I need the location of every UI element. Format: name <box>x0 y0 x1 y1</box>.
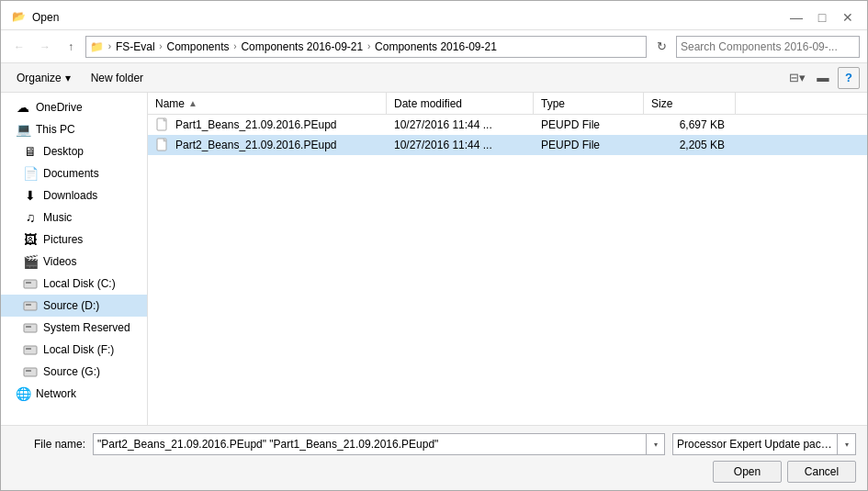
file-list-header: Name ▲ Date modified Type Size <box>148 93 867 115</box>
file-name-cell: Part1_Beans_21.09.2016.PEupd <box>148 117 387 132</box>
cancel-button[interactable]: Cancel <box>787 461 856 483</box>
filename-label: File name: <box>12 438 85 451</box>
sidebar-item-desktop[interactable]: 🖥 Desktop <box>1 140 147 162</box>
new-folder-button[interactable]: New folder <box>83 67 152 89</box>
details-button[interactable]: ▬ <box>812 67 834 89</box>
disk-icon <box>23 298 38 313</box>
dialog-icon: 📂 <box>12 10 27 25</box>
toolbar-right: ⊟▾ ▬ ? <box>786 67 860 89</box>
filename-dropdown-button[interactable]: ▾ <box>646 434 664 454</box>
file-type-cell: PEUPD File <box>534 118 644 131</box>
up-button[interactable]: ↑ <box>60 36 82 58</box>
sidebar-item-system-reserved[interactable]: System Reserved <box>1 317 147 339</box>
sidebar-item-source-g[interactable]: Source (G:) <box>1 361 147 383</box>
filetype-dropdown-button[interactable]: ▾ <box>837 434 855 454</box>
table-row[interactable]: Part1_Beans_21.09.2016.PEupd 10/27/2016 … <box>148 115 867 135</box>
sidebar-item-label: Source (G:) <box>43 365 100 378</box>
svg-rect-2 <box>24 302 37 310</box>
svg-rect-4 <box>24 324 37 332</box>
videos-icon: 🎬 <box>23 254 38 269</box>
svg-rect-0 <box>24 280 37 288</box>
maximize-button[interactable]: □ <box>810 8 834 27</box>
filename-input[interactable] <box>94 438 646 451</box>
downloads-icon: ⬇ <box>23 188 38 203</box>
search-input[interactable] <box>681 40 855 53</box>
filetype-label: Processor Expert Update packa... <box>673 438 837 451</box>
minimize-button[interactable]: — <box>784 8 808 27</box>
sidebar-item-label: Downloads <box>43 189 97 202</box>
sidebar-item-label: Network <box>36 387 76 400</box>
breadcrumb: 📁 › FS-Eval › Components › Components 20… <box>90 40 497 53</box>
address-path[interactable]: 📁 › FS-Eval › Components › Components 20… <box>85 36 647 58</box>
sidebar: ☁ OneDrive 💻 This PC 🖥 Desktop 📄 Documen… <box>1 93 148 425</box>
disk-icon <box>23 342 38 357</box>
column-header-name[interactable]: Name ▲ <box>148 93 387 114</box>
sidebar-item-label: OneDrive <box>36 101 83 114</box>
search-box[interactable] <box>676 36 860 58</box>
music-icon: ♫ <box>23 210 38 225</box>
sidebar-item-pictures[interactable]: 🖼 Pictures <box>1 229 147 251</box>
sidebar-item-downloads[interactable]: ⬇ Downloads <box>1 184 147 206</box>
svg-rect-6 <box>24 346 37 354</box>
sidebar-item-label: Pictures <box>43 233 83 246</box>
column-header-date[interactable]: Date modified <box>387 93 534 114</box>
sidebar-item-local-disk-c[interactable]: Local Disk (C:) <box>1 273 147 295</box>
view-button[interactable]: ⊟▾ <box>786 67 808 89</box>
documents-icon: 📄 <box>23 166 38 181</box>
sidebar-item-local-disk-f[interactable]: Local Disk (F:) <box>1 339 147 361</box>
toolbar: Organize ▾ New folder ⊟▾ ▬ ? <box>1 63 867 93</box>
sidebar-item-label: Source (D:) <box>43 299 99 312</box>
dialog-title: Open <box>32 11 59 24</box>
sidebar-item-label: This PC <box>36 123 75 136</box>
file-icon <box>155 138 170 152</box>
table-row[interactable]: Part2_Beans_21.09.2016.PEupd 10/27/2016 … <box>148 135 867 155</box>
chevron-down-icon: ▾ <box>65 72 71 84</box>
sidebar-item-network[interactable]: 🌐 Network <box>1 383 147 405</box>
file-size-cell: 6,697 KB <box>644 118 736 131</box>
address-bar: ← → ↑ 📁 › FS-Eval › Components › Compone… <box>1 30 867 63</box>
file-icon <box>155 117 170 132</box>
svg-rect-5 <box>26 326 31 328</box>
refresh-button[interactable]: ↻ <box>650 36 672 58</box>
sidebar-item-source-d[interactable]: Source (D:) <box>1 295 147 317</box>
open-dialog: 📂 Open — □ ✕ ← → ↑ 📁 › FS-Eval › Compone… <box>0 0 868 491</box>
title-bar-left: 📂 Open <box>12 10 59 25</box>
filename-input-wrapper[interactable]: ▾ <box>93 433 665 455</box>
sidebar-item-label: Documents <box>43 167 99 180</box>
sidebar-item-onedrive[interactable]: ☁ OneDrive <box>1 96 147 118</box>
svg-rect-7 <box>26 348 31 350</box>
breadcrumb-icon: 📁 <box>90 40 104 53</box>
file-size-cell: 2,205 KB <box>644 139 736 151</box>
forward-button[interactable]: → <box>34 36 56 58</box>
svg-rect-9 <box>26 370 31 372</box>
file-date-cell: 10/27/2016 11:44 ... <box>387 118 534 131</box>
bottom-bar: File name: ▾ Processor Expert Update pac… <box>1 425 867 490</box>
sidebar-item-documents[interactable]: 📄 Documents <box>1 162 147 184</box>
disk-icon <box>23 276 38 291</box>
main-content: ☁ OneDrive 💻 This PC 🖥 Desktop 📄 Documen… <box>1 93 867 425</box>
onedrive-icon: ☁ <box>16 100 30 115</box>
file-type-cell: PEUPD File <box>534 139 644 151</box>
svg-rect-1 <box>26 282 31 284</box>
pictures-icon: 🖼 <box>23 232 38 247</box>
help-button[interactable]: ? <box>838 67 860 89</box>
open-button[interactable]: Open <box>713 461 782 483</box>
title-bar: 📂 Open — □ ✕ <box>1 1 867 30</box>
sidebar-item-thispc[interactable]: 💻 This PC <box>1 118 147 140</box>
sidebar-item-music[interactable]: ♫ Music <box>1 206 147 229</box>
organize-button[interactable]: Organize ▾ <box>8 67 79 89</box>
sidebar-item-label: Desktop <box>43 145 84 158</box>
file-date-cell: 10/27/2016 11:44 ... <box>387 139 534 151</box>
computer-icon: 💻 <box>16 122 30 137</box>
filename-row: File name: ▾ Processor Expert Update pac… <box>12 433 856 455</box>
network-icon: 🌐 <box>16 386 30 401</box>
action-row: Open Cancel <box>12 461 856 483</box>
sidebar-item-videos[interactable]: 🎬 Videos <box>1 251 147 273</box>
back-button[interactable]: ← <box>8 36 30 58</box>
filetype-wrapper[interactable]: Processor Expert Update packa... ▾ <box>672 433 856 455</box>
sidebar-item-label: Local Disk (C:) <box>43 277 116 290</box>
column-header-size[interactable]: Size <box>644 93 736 114</box>
close-button[interactable]: ✕ <box>836 8 860 27</box>
svg-rect-8 <box>24 368 37 376</box>
column-header-type[interactable]: Type <box>534 93 644 114</box>
